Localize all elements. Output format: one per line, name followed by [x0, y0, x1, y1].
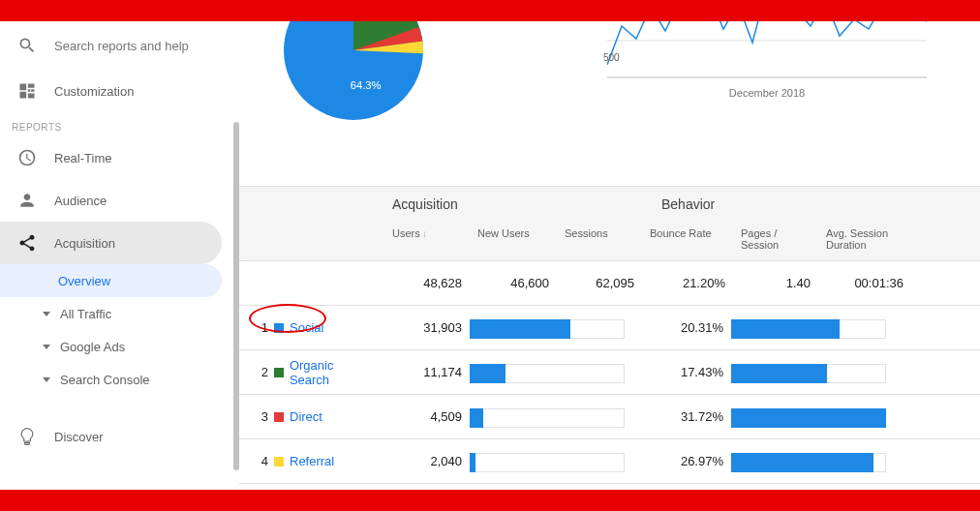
- bar-users: [470, 403, 625, 432]
- cell-bounce: 17.43%: [625, 365, 731, 379]
- totals-row: 48,628 46,600 62,095 21.20% 1.40 00:01:3…: [239, 261, 980, 306]
- chevron-down-icon: [43, 312, 50, 316]
- sidebar-item-audience[interactable]: Audience: [0, 179, 239, 222]
- search-icon: [17, 36, 37, 55]
- clock-icon: [17, 148, 37, 167]
- row-rank: 2: [247, 365, 268, 379]
- annotation-circle: [249, 304, 326, 333]
- sidebar-item-discover[interactable]: Discover: [0, 415, 239, 458]
- y-tick: 500: [603, 52, 620, 63]
- acquisition-table: Acquisition Behavior Users↓ New Users Se…: [239, 186, 980, 484]
- group-header-acquisition: Acquisition: [384, 187, 654, 222]
- row-rank: 3: [247, 409, 268, 424]
- group-header-behavior: Behavior: [654, 187, 944, 222]
- row-rank: 4: [247, 454, 268, 468]
- sidebar-item-label: Overview: [58, 274, 110, 288]
- col-users[interactable]: Users↓: [384, 222, 470, 260]
- col-bounce[interactable]: Bounce Rate: [642, 222, 733, 260]
- cell-bounce: 26.97%: [625, 454, 731, 468]
- sort-down-icon: ↓: [422, 228, 427, 239]
- share-icon: [17, 233, 37, 253]
- table-row: 2Organic Search11,17417.43%: [239, 350, 980, 395]
- sidebar-sub-overview[interactable]: Overview: [0, 264, 222, 297]
- lightbulb-icon: [17, 427, 37, 446]
- col-sessions[interactable]: Sessions: [557, 222, 642, 260]
- sidebar-sub-alltraffic[interactable]: All Traffic: [0, 297, 239, 330]
- sidebar-item-label: Acquisition: [54, 236, 115, 251]
- search-placeholder: Search reports and help: [54, 39, 189, 53]
- cell-bounce: 31.72%: [625, 409, 731, 424]
- sidebar-item-label: Audience: [54, 194, 107, 208]
- pie-chart: 22.5% 64.3%: [276, 21, 431, 128]
- bar-pages: [731, 358, 886, 387]
- channel-link[interactable]: Direct: [290, 409, 322, 424]
- bar-pages: [731, 314, 886, 343]
- sidebar-item-label: Discover: [54, 430, 104, 444]
- sidebar-sub-googleads[interactable]: Google Ads: [0, 330, 239, 363]
- cell-users: 31,903: [384, 320, 470, 335]
- sidebar-item-label: Search Console: [60, 373, 150, 387]
- col-newusers[interactable]: New Users: [470, 222, 557, 260]
- sidebar-item-label: All Traffic: [60, 307, 111, 321]
- table-row: 4Referral2,04026.97%: [239, 439, 980, 484]
- search-row[interactable]: Search reports and help: [0, 21, 239, 70]
- bar-users: [470, 314, 625, 343]
- sidebar-item-acquisition[interactable]: Acquisition: [0, 222, 222, 264]
- cell-users: 4,509: [384, 409, 470, 424]
- col-pages[interactable]: Pages / Session: [733, 222, 818, 260]
- line-chart: 500 December 2018: [607, 21, 927, 99]
- reports-header: REPORTS: [0, 112, 239, 136]
- bar-pages: [731, 447, 886, 476]
- channel-chip: [274, 457, 284, 466]
- x-axis-label: December 2018: [607, 87, 927, 99]
- sidebar-item-realtime[interactable]: Real-Time: [0, 136, 239, 179]
- channel-chip: [274, 412, 284, 422]
- channel-chip: [274, 368, 284, 377]
- col-dur[interactable]: Avg. Session Duration: [818, 222, 911, 260]
- cell-users: 2,040: [384, 454, 470, 468]
- table-row: 1Social31,90320.31%: [239, 306, 980, 350]
- channel-link[interactable]: Referral: [290, 454, 334, 468]
- sidebar: Search reports and help Customization RE…: [0, 21, 239, 490]
- sidebar-item-customization[interactable]: Customization: [0, 70, 239, 112]
- channel-link[interactable]: Organic Search: [290, 358, 377, 387]
- cell-users: 11,174: [384, 365, 470, 379]
- chevron-down-icon: [43, 345, 50, 349]
- sidebar-item-label: Real-Time: [54, 151, 111, 165]
- main-content: 22.5% 64.3% Email 500 December 2018 0.0: [239, 21, 980, 490]
- dashboard-icon: [17, 81, 37, 101]
- person-icon: [17, 191, 37, 210]
- chevron-down-icon: [43, 377, 50, 382]
- sidebar-item-label: Google Ads: [60, 340, 125, 354]
- sidebar-item-label: Customization: [54, 84, 134, 99]
- bar-pages: [731, 403, 886, 432]
- table-row: 3Direct4,50931.72%: [239, 395, 980, 439]
- bar-users: [470, 447, 625, 476]
- svg-text:64.3%: 64.3%: [351, 79, 382, 91]
- cell-bounce: 20.31%: [625, 320, 731, 335]
- bar-users: [470, 358, 625, 387]
- sidebar-sub-searchconsole[interactable]: Search Console: [0, 363, 239, 396]
